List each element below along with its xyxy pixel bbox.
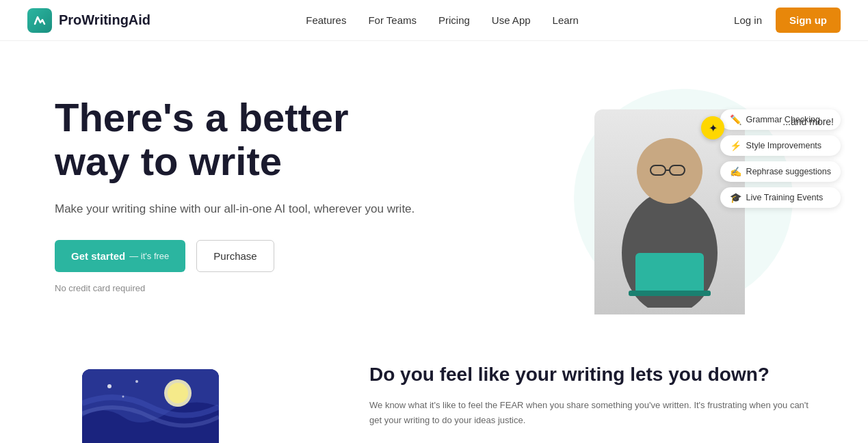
art-card-front: My idea in my head (82, 369, 219, 443)
signup-button[interactable]: Sign up (776, 8, 841, 33)
svg-point-19 (122, 396, 124, 398)
nav-features[interactable]: Features (306, 14, 346, 26)
svg-point-18 (135, 380, 138, 383)
art-cards: My idea in my head (55, 355, 315, 443)
free-tag: — it's free (129, 251, 169, 261)
navbar: ProWritingAid Features For Teams Pricing… (0, 0, 868, 41)
logo-icon (27, 8, 52, 33)
lower-right: Do you feel like your writing lets you d… (369, 355, 813, 429)
svg-rect-6 (629, 291, 711, 296)
and-more: ...and more! (782, 116, 834, 127)
hero-headline: There's a better way to write (55, 96, 415, 183)
hero-left: There's a better way to write Make your … (55, 82, 415, 293)
pill-style: ⚡ Style Improvements (720, 135, 841, 156)
grad-icon: 🎓 (730, 192, 741, 203)
nav-right: Log in Sign up (734, 8, 841, 33)
logo-text: ProWritingAid (59, 12, 150, 28)
pencil-icon: ✏️ (730, 114, 741, 125)
purchase-button[interactable]: Purchase (196, 240, 274, 272)
bolt-icon: ⚡ (730, 140, 741, 151)
write-icon: ✍️ (730, 166, 741, 177)
hero-illustration: ...and more! ✏️ Grammar Checking ⚡ Style… (553, 82, 841, 314)
lower-headline: Do you feel like your writing lets you d… (369, 362, 813, 387)
get-started-button[interactable]: Get started — it's free (55, 240, 185, 272)
svg-point-16 (168, 383, 188, 403)
no-credit-text: No credit card required (55, 283, 415, 293)
pill-rephrase: ✍️ Rephrase suggestions (720, 161, 841, 182)
feature-pills: ...and more! ✏️ Grammar Checking ⚡ Style… (720, 109, 841, 208)
svg-rect-5 (635, 253, 704, 294)
lower-section: My idea in my head Do you feel like your… (0, 342, 868, 443)
hero-subtext: Make your writing shine with our all-in-… (55, 200, 415, 218)
nav-links: Features For Teams Pricing Use App Learn (306, 14, 579, 27)
pill-training: 🎓 Live Training Events (720, 187, 841, 208)
nav-learn[interactable]: Learn (553, 14, 579, 26)
svg-point-17 (107, 384, 111, 388)
nav-for-teams[interactable]: For Teams (368, 14, 417, 26)
lower-body: We know what it's like to feel the FEAR … (369, 398, 813, 428)
logo[interactable]: ProWritingAid (27, 8, 150, 33)
star-badge: ✦ (701, 116, 724, 139)
nav-pricing[interactable]: Pricing (438, 14, 470, 26)
login-button[interactable]: Log in (734, 14, 762, 26)
nav-use-app[interactable]: Use App (492, 14, 531, 26)
hero-section: There's a better way to write Make your … (0, 41, 868, 342)
hero-buttons: Get started — it's free Purchase (55, 240, 415, 272)
